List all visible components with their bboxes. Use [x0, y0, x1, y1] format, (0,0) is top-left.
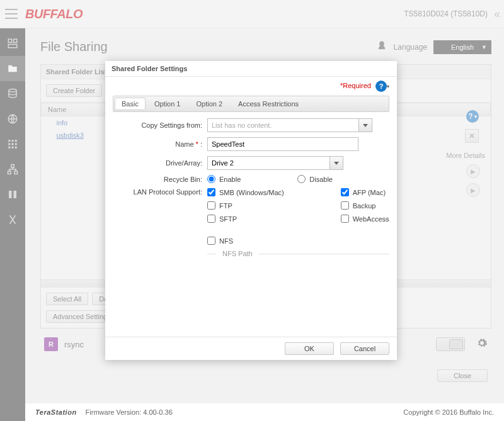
cancel-button[interactable]: Cancel	[340, 342, 389, 355]
check-backup[interactable]: Backup	[341, 201, 389, 210]
label-copy-from: Copy Settings from:	[113, 121, 207, 129]
tab-option2[interactable]: Option 2	[190, 98, 230, 110]
copy-settings-input[interactable]	[207, 118, 358, 132]
check-ftp[interactable]: FTP	[207, 201, 284, 210]
modal-title: Shared Folder Settings	[105, 61, 397, 77]
drive-combo[interactable]	[207, 156, 343, 170]
label-recycle: Recycle Bin:	[113, 176, 207, 183]
status-bar: TeraStation Firmware Version: 4.00-0.36 …	[25, 403, 504, 421]
tab-option1[interactable]: Option 1	[147, 98, 188, 110]
label-name: Name * :	[113, 140, 207, 148]
required-label: *Required	[340, 82, 371, 89]
drive-input[interactable]	[207, 156, 329, 170]
tab-basic[interactable]: Basic	[115, 98, 146, 110]
folder-name-input[interactable]	[207, 137, 358, 151]
help-icon[interactable]: ?	[375, 81, 387, 92]
chevron-down-icon[interactable]	[329, 156, 343, 170]
copy-settings-combo[interactable]	[207, 118, 372, 132]
check-sftp[interactable]: SFTP	[207, 215, 284, 223]
chevron-down-icon[interactable]	[358, 118, 372, 132]
nfs-path-divider: NFS Path	[207, 250, 389, 257]
firmware-version: Firmware Version: 4.00-0.36	[86, 408, 173, 416]
modal-tabstrip: Basic Option 1 Option 2 Access Restricti…	[113, 96, 389, 112]
check-smb[interactable]: SMB (Windows/Mac)	[207, 188, 284, 196]
copyright: Copyright © 2016 Buffalo Inc.	[403, 408, 494, 416]
ok-button[interactable]: OK	[285, 342, 334, 355]
check-nfs[interactable]: NFS	[207, 237, 284, 245]
radio-enable[interactable]: Enable	[207, 175, 241, 183]
check-webaccess[interactable]: WebAccess	[341, 215, 389, 223]
check-afp[interactable]: AFP (Mac)	[341, 188, 389, 196]
label-drive: Drive/Array:	[113, 159, 207, 167]
radio-disable[interactable]: Disable	[297, 175, 333, 183]
product-brand: TeraStation	[35, 408, 77, 416]
tab-access-restrictions[interactable]: Access Restrictions	[231, 98, 306, 110]
label-lan-protocol: LAN Protocol Support:	[113, 188, 207, 196]
shared-folder-settings-modal: Shared Folder Settings *Required ?▾ Basi…	[105, 61, 397, 360]
